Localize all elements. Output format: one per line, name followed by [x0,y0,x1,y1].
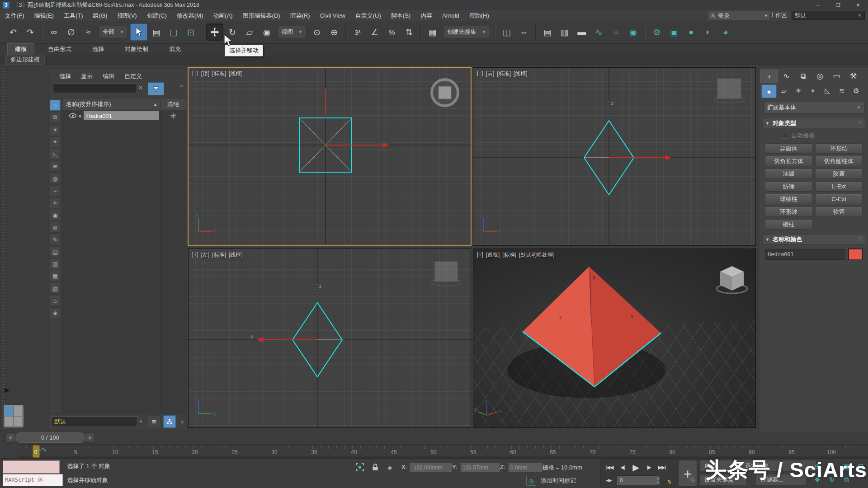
column-name-label[interactable]: 名称(按升序排序) [66,100,111,108]
chevron-down-icon[interactable]: ▼ [139,419,145,424]
primitive-button-软管[interactable]: 软管 [815,206,863,217]
key-mode-toggle-icon[interactable]: ◀▶ [604,476,614,485]
render-icon[interactable]: ◕ [717,24,734,40]
motion-tab-icon[interactable]: ◎ [811,70,828,83]
primitive-button-胶囊[interactable]: 胶囊 [815,169,863,179]
viewport-shading-button[interactable]: [线框] [514,70,528,78]
select-by-name-icon[interactable]: ▤ [148,24,165,40]
filter-xrefs-icon[interactable]: ⌁ [50,185,61,196]
object-name-field[interactable]: Hedra001 [765,249,845,260]
viewport-menu-button[interactable]: [+] [192,251,198,259]
time-configuration-icon[interactable]: ◔⚙ [664,475,675,486]
render-iterative-icon[interactable]: ◐ [700,24,717,40]
ribbon-tab-建模[interactable]: 建模 [7,43,34,55]
play-button[interactable]: ▶ [630,462,641,473]
geometry-category-icon[interactable]: ● [761,84,777,98]
next-frame-button[interactable]: |▶ [643,462,654,473]
primitive-button-异面体[interactable]: 异面体 [765,143,812,154]
filter-shapes-icon[interactable]: ⧉ [50,112,61,123]
select-and-move-icon[interactable] [206,23,223,41]
filter-groups-icon[interactable]: ◍ [50,173,61,184]
viewport-menu-button[interactable]: [+] [192,70,198,78]
explorer-search-input[interactable] [53,83,137,93]
ribbon-tab-填充[interactable]: 填充 [162,44,188,55]
viewport-perspective[interactable]: z x y zxy [+] [透视] [标准] [默认明暗处理] [473,249,755,427]
ribbon-tab-对象绘制[interactable]: 对象绘制 [118,44,156,55]
selection-filter-dropdown[interactable]: 全部▼ [99,26,128,38]
go-to-start-button[interactable]: |◀◀ [604,462,615,473]
primitive-button-油罐[interactable]: 油罐 [765,169,812,179]
filter-home-icon[interactable]: ⌂ [50,295,61,306]
primitive-button-切角长方体[interactable]: 切角长方体 [765,156,812,166]
primitive-button-L-Ext[interactable]: L-Ext [815,181,863,192]
viewport-style-button[interactable]: [标准] [502,251,516,259]
explorer-empty-area[interactable] [62,121,186,413]
select-manipulate-icon[interactable]: ⊕ [326,24,342,40]
hierarchy-tab-icon[interactable]: ⧉ [795,70,811,83]
menu-item-创建(C)[interactable]: 创建(C) [142,10,172,21]
viewport-style-button[interactable]: [标准] [497,70,511,78]
object-category-dropdown[interactable]: 扩展基本体 ▼ [763,102,864,113]
sign-in-button[interactable]: 登录 ▼ [708,11,771,20]
unlink-selection-icon[interactable]: ∅ [63,24,79,40]
minimize-button[interactable]: ─ [808,0,828,10]
go-to-end-button[interactable]: ▶▶| [656,462,667,473]
bind-to-space-warp-icon[interactable]: ≈ [80,24,96,40]
ribbon-tab-自由形式[interactable]: 自由形式 [41,44,79,55]
menu-item-编辑(E)[interactable]: 编辑(E) [29,10,59,21]
tab-polygon-modeling[interactable]: 多边形建模 [5,55,45,65]
select-and-place-icon[interactable]: ◉ [259,24,275,40]
menu-item-帮助(H)[interactable]: 帮助(H) [464,10,494,21]
render-production-icon[interactable]: ● [683,24,699,40]
space-warps-category-icon[interactable]: ≋ [835,84,849,97]
frame-counter[interactable]: 0 / 100 [15,432,85,443]
create-tab-icon[interactable]: ＋ [760,70,778,83]
filter-materials-icon[interactable]: ▦ [50,271,61,282]
filter-cameras-icon[interactable]: ⌖ [50,136,61,147]
viewport-style-button[interactable]: [标准] [212,251,226,259]
primitive-button-切角圆柱体[interactable]: 切角圆柱体 [815,156,863,166]
filter-frozen-icon[interactable]: ⊘ [50,222,61,233]
app-logo-icon[interactable]: 3 [3,2,9,9]
docked-toolbar-strip[interactable] [0,65,7,432]
explorer-menu-编辑[interactable]: 编辑 [103,72,114,80]
primitive-button-环形结[interactable]: 环形结 [815,143,863,154]
filter-controllers-icon[interactable]: ▧ [50,283,61,294]
helpers-category-icon[interactable]: ◺ [820,84,835,97]
menu-item-工具(T)[interactable]: 工具(T) [59,10,88,21]
filter-annotations-icon[interactable]: ✎ [50,234,61,245]
maximize-button[interactable]: ❐ [828,0,848,10]
z-coordinate-field[interactable]: 0.0mm [508,463,542,472]
menu-item-图形编辑器(D)[interactable]: 图形编辑器(D) [238,10,285,21]
menu-item-Arnold[interactable]: Arnold [437,10,464,21]
close-button[interactable]: ✕ [848,0,868,10]
viewport-front[interactable]: z zx [+] [前] [标准] [线框] [473,68,755,245]
layer-view-button[interactable]: ≋ [148,415,160,428]
primitive-button-棱柱[interactable]: 棱柱 [765,219,812,230]
flyout-arrow-icon[interactable]: ▶ [5,386,10,394]
expand-panel-icon[interactable]: » [181,418,183,425]
object-color-swatch[interactable] [848,249,863,260]
viewport-view-button[interactable]: [前] [486,70,495,78]
scene-explorer-toggle-icon[interactable]: ▤ [539,24,556,40]
filter-misc-icon[interactable]: ◈ [50,307,61,318]
visibility-eye-icon[interactable] [69,113,77,118]
percent-snap-icon[interactable]: % [384,24,400,40]
viewport-view-button[interactable]: [左] [201,251,210,259]
window-crossing-icon[interactable]: ⊡ [183,24,199,40]
viewport-layout-tab[interactable] [4,405,24,427]
absolute-offset-mode-icon[interactable]: ◈ [384,462,395,473]
viewport-menu-button[interactable]: [+] [477,251,483,259]
primitive-button-C-Ext[interactable]: C-Ext [815,194,863,204]
schematic-view-icon[interactable]: ⌗ [608,24,624,40]
use-pivot-center-icon[interactable]: ⊙ [309,24,325,40]
layer-explorer-toggle-icon[interactable]: ▥ [557,24,573,40]
reference-coordinate-dropdown[interactable]: 视图▼ [277,26,307,38]
angle-snap-icon[interactable]: ∠ [367,24,383,40]
viewport-shading-button[interactable]: [默认明暗处理] [519,251,555,259]
rendered-frame-icon[interactable]: ▣ [666,24,682,40]
modify-tab-icon[interactable]: ∿ [778,70,795,83]
selection-lock-icon[interactable] [370,462,381,473]
primitive-button-球棱柱[interactable]: 球棱柱 [765,194,812,204]
named-selection-sets-dropdown[interactable]: 创建选择集▼ [443,26,490,38]
